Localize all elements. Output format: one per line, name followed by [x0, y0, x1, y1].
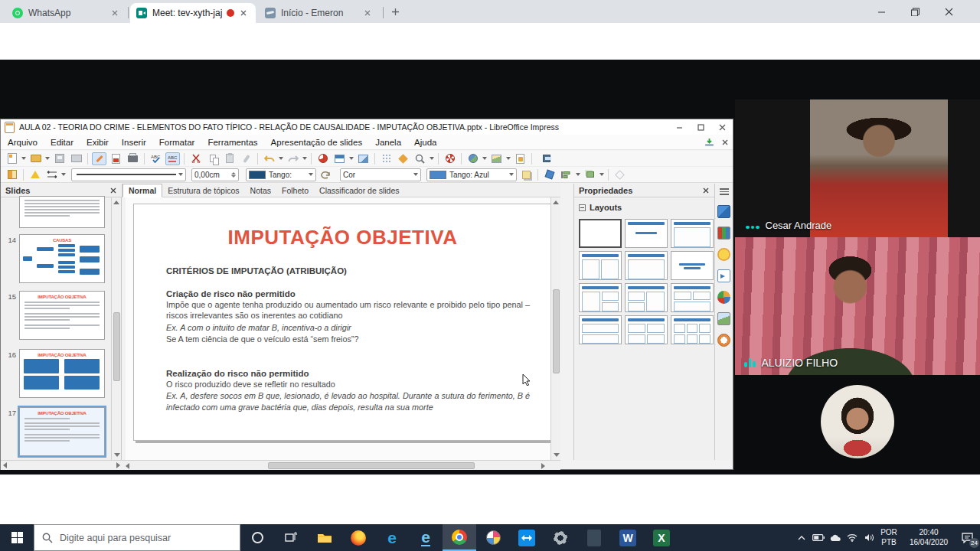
file-explorer-button[interactable]	[308, 524, 341, 551]
canvas-hscrollbar[interactable]	[122, 460, 560, 470]
menu-formatar[interactable]: Formatar	[159, 138, 195, 147]
battery-icon[interactable]	[810, 524, 827, 551]
participant-tile-bottom[interactable]	[735, 375, 980, 474]
ie-button[interactable]: e	[409, 524, 443, 551]
cut-icon[interactable]	[188, 152, 203, 165]
slide-thumbnail-15[interactable]: IMPUTAÇÃO OBJETIVA	[19, 291, 105, 340]
undo-icon[interactable]	[262, 152, 276, 165]
help-icon[interactable]	[443, 152, 457, 165]
tab-outline[interactable]: Estrutura de tópicos	[162, 184, 244, 197]
update-download-icon[interactable]	[704, 138, 714, 147]
current-slide[interactable]: IMPUTAÇÃO OBJETIVA CRITÉRIOS DE IMPUTAÇÃ…	[133, 204, 552, 441]
fontwork-icon[interactable]	[513, 152, 528, 165]
align-dropdown-icon[interactable]	[61, 173, 66, 176]
impress-close-icon[interactable]	[711, 120, 733, 135]
slides-panel-hscrollbar[interactable]	[1, 460, 122, 470]
gallery-dropdown-icon[interactable]	[506, 157, 511, 160]
save-icon[interactable]	[52, 152, 67, 165]
display-grid-icon[interactable]	[379, 152, 394, 165]
layout-four-content[interactable]	[625, 315, 668, 344]
layout-two-left-right[interactable]	[625, 283, 668, 312]
shadow-icon[interactable]	[519, 168, 534, 181]
participant-tile-cesar[interactable]: Cesar Andrade	[735, 99, 980, 237]
layout-centered-text[interactable]	[671, 251, 714, 280]
slides-panel-scrollbar[interactable]	[111, 197, 121, 460]
onedrive-icon[interactable]	[827, 524, 844, 551]
paint-button[interactable]	[476, 524, 510, 551]
tab-whatsapp[interactable]: WhatsApp	[6, 3, 127, 23]
firefox-button[interactable]	[341, 524, 375, 551]
snap-guides-icon[interactable]	[396, 152, 410, 165]
layout-blank[interactable]	[579, 219, 622, 248]
gallery-icon[interactable]	[489, 152, 504, 165]
participant-tile-aluizio[interactable]: ALUIZIO FILHO	[735, 237, 980, 375]
sidebar-animation-icon[interactable]	[717, 291, 730, 304]
start-presentation-icon[interactable]	[536, 152, 550, 165]
tab-meet[interactable]: Meet: tev-xyth-jaj	[130, 3, 256, 23]
table-dropdown-icon[interactable]	[349, 157, 354, 160]
window-minimize-button[interactable]	[865, 0, 897, 23]
export-pdf-icon[interactable]	[109, 152, 123, 165]
interaction-icon[interactable]	[542, 168, 557, 181]
paste-icon[interactable]	[222, 152, 237, 165]
layout-two-top-one-bottom[interactable]	[671, 283, 714, 312]
start-button[interactable]	[0, 524, 34, 551]
layout-title-content[interactable]	[625, 219, 668, 248]
cortana-button[interactable]	[240, 524, 274, 551]
sidebar-menu-icon[interactable]	[720, 188, 729, 195]
redo-dropdown-icon[interactable]	[302, 157, 307, 160]
area-style-select[interactable]: Cor	[340, 168, 421, 181]
line-color-select[interactable]: Tango:	[246, 168, 316, 181]
open-file-icon[interactable]	[28, 152, 43, 165]
new-dropdown-icon[interactable]	[21, 157, 26, 160]
layout-two-content[interactable]	[579, 251, 622, 280]
slide-thumbnail-17-selected[interactable]: IMPUTAÇÃO OBJETIVA	[19, 407, 105, 456]
impress-titlebar[interactable]: AULA 02 - TEORIA DO CRIME - ELEMENTOS DO…	[1, 119, 733, 135]
zoom-dropdown-icon[interactable]	[430, 157, 434, 160]
sidebar-images-icon[interactable]	[717, 312, 730, 325]
slide-thumbnail-14[interactable]: CAUSAS	[19, 234, 105, 283]
arrange-dropdown-icon[interactable]	[599, 173, 604, 176]
impress-maximize-icon[interactable]	[690, 120, 711, 135]
transformations-icon[interactable]	[612, 168, 627, 181]
print-icon[interactable]	[126, 152, 140, 165]
layout-title-box[interactable]	[671, 219, 714, 248]
position-size-icon[interactable]	[5, 168, 19, 181]
properties-close-icon[interactable]	[703, 187, 709, 194]
teamviewer-button[interactable]	[510, 524, 544, 551]
layout-left-two-right[interactable]	[579, 283, 622, 312]
menu-arquivo[interactable]: Arquivo	[8, 138, 38, 147]
glue-points-icon[interactable]	[28, 168, 42, 181]
wifi-icon[interactable]	[844, 524, 861, 551]
insert-image-icon[interactable]	[356, 152, 371, 165]
layout-two-rows[interactable]	[579, 315, 622, 344]
chrome-button-active[interactable]	[443, 524, 476, 551]
copy-icon[interactable]	[205, 152, 220, 165]
new-tab-button[interactable]	[389, 5, 401, 18]
align-objects-dropdown-icon[interactable]	[576, 173, 580, 176]
slide-thumbnail-16[interactable]: IMPUTAÇÃO OBJETIVA	[19, 349, 105, 398]
tab-emeron[interactable]: Início - Emeron	[259, 3, 380, 23]
hyperlink-icon[interactable]	[466, 152, 480, 165]
menu-ajuda[interactable]: Ajuda	[414, 138, 436, 147]
task-view-button[interactable]	[274, 524, 308, 551]
window-maximize-button[interactable]	[899, 0, 931, 23]
clock[interactable]: 20:40 16/04/2020	[903, 528, 954, 547]
chart-icon[interactable]	[315, 152, 330, 165]
sidebar-properties-icon[interactable]	[717, 205, 730, 218]
action-center-button[interactable]: 24	[954, 524, 980, 551]
canvas-vscrollbar[interactable]	[550, 197, 560, 460]
slide-thumbnail-partial[interactable]	[19, 196, 105, 228]
new-document-icon[interactable]	[5, 152, 19, 165]
sidebar-transition-icon[interactable]	[717, 269, 730, 282]
volume-icon[interactable]	[861, 524, 877, 551]
sidebar-navigator-icon[interactable]	[717, 334, 730, 347]
menu-apresentacao[interactable]: Apresentação de slides	[271, 138, 363, 147]
menu-exibir[interactable]: Exibir	[87, 138, 109, 147]
undo-dropdown-icon[interactable]	[279, 157, 283, 160]
word-button[interactable]: W	[611, 524, 645, 551]
edit-mode-icon[interactable]	[92, 152, 106, 165]
excel-button[interactable]: X	[645, 524, 678, 551]
menu-janela[interactable]: Janela	[375, 138, 401, 147]
taskbar-search[interactable]: Digite aqui para pesquisar	[34, 524, 240, 551]
